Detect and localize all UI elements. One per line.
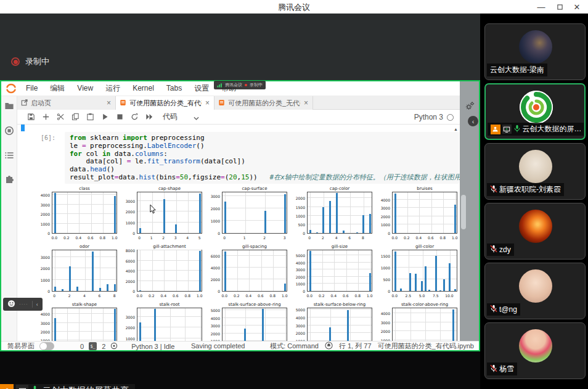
- participant-tile[interactable]: 新疆农职院-刘素霞: [484, 143, 586, 200]
- kernel-state[interactable]: Python 3 | Idle: [131, 343, 174, 350]
- hist-bar: [139, 322, 141, 341]
- smiley-icon: [7, 299, 15, 310]
- kernel-indicator[interactable]: Python 3: [414, 110, 454, 125]
- kernel-count[interactable]: 2: [102, 343, 105, 350]
- x-tick-label: 6: [94, 293, 105, 298]
- notebook-content[interactable]: [6]: from sklearn import preprocessingle…: [17, 125, 460, 341]
- save-icon[interactable]: [23, 111, 38, 123]
- participant-tile[interactable]: 杨雪: [484, 322, 586, 379]
- terminal-count[interactable]: 0: [80, 343, 84, 350]
- collapse-left-icon[interactable]: ‹: [36, 301, 38, 308]
- window-titlebar: 腾讯会议 — ✕: [0, 0, 588, 14]
- hist-plot-area: [137, 250, 202, 292]
- hist-plot-area: [222, 250, 287, 292]
- scrollbar-thumb[interactable]: [461, 195, 466, 229]
- y-tick-label: 0: [292, 231, 305, 235]
- y-tick-label: 5000: [207, 308, 220, 313]
- participant-tile[interactable]: zdy: [484, 203, 586, 260]
- hist-plot-area: [52, 250, 117, 292]
- gridline: [455, 308, 456, 341]
- recording-label: 录制中: [25, 56, 49, 67]
- menu-item-Tabs[interactable]: Tabs: [160, 81, 188, 96]
- recording-indicator: 录制中: [11, 56, 49, 67]
- y-tick-label: 6000: [122, 259, 135, 263]
- close-button[interactable]: ✕: [568, 0, 586, 14]
- meeting-float-statusbar[interactable]: 腾讯会议 录制中: [214, 81, 266, 89]
- hist-bar: [343, 231, 345, 233]
- gridline: [137, 250, 202, 250]
- signal-icon: [217, 83, 223, 88]
- x-tick-label: 4: [79, 293, 90, 298]
- restart-icon[interactable]: [127, 111, 142, 123]
- running-sessions-icon[interactable]: [4, 126, 14, 136]
- hist-title: odor: [52, 244, 117, 249]
- menu-items: File编辑View运行KernelTabs设置帮助: [20, 81, 242, 96]
- gridline: [185, 308, 186, 341]
- hist-bar: [244, 329, 246, 341]
- avatar: [519, 269, 552, 303]
- files-icon[interactable]: [4, 101, 14, 111]
- toc-icon[interactable]: [4, 150, 14, 160]
- kernel-sessions-icon: [110, 342, 118, 351]
- copy-icon[interactable]: [68, 111, 83, 123]
- stop-icon[interactable]: [112, 111, 127, 123]
- gridline: [170, 308, 171, 341]
- y-tick-label: 1000: [207, 219, 220, 223]
- participant-tile[interactable]: t@ng: [484, 263, 586, 319]
- menu-item-运行[interactable]: 运行: [99, 81, 126, 96]
- tab-可使用菌菇的分类_有代码.ipy[interactable]: 可使用菌菇的分类_有代码.ipy×: [116, 96, 214, 110]
- menu-item-File[interactable]: File: [20, 81, 44, 96]
- menu-item-View[interactable]: View: [71, 81, 99, 96]
- x-tick-label: 0: [134, 235, 145, 240]
- tab-可使用菌菇的分类_无代码.ipy[interactable]: 可使用菌菇的分类_无代码.ipy×: [214, 96, 313, 110]
- code-cell-editor[interactable]: from sklearn import preprocessingle = pr…: [65, 132, 459, 184]
- y-tick-label: 4000: [37, 193, 50, 197]
- hist-bar: [69, 266, 71, 291]
- run-all-icon[interactable]: [142, 111, 157, 123]
- paste-icon[interactable]: [83, 111, 97, 123]
- hist-bar: [114, 309, 116, 341]
- add-cell-icon[interactable]: [38, 111, 53, 123]
- run-icon[interactable]: [97, 111, 112, 123]
- notification-bell-icon[interactable]: [325, 342, 333, 351]
- chevron-down-icon[interactable]: [194, 112, 199, 123]
- participant-label: zdy: [487, 244, 514, 256]
- y-tick-label: 2000: [122, 210, 135, 214]
- tab-启动页[interactable]: 启动页×: [17, 96, 116, 110]
- cut-icon[interactable]: [53, 111, 68, 123]
- menu-item-设置[interactable]: 设置: [188, 81, 215, 96]
- participant-tile[interactable]: 云创大数据-梁南: [484, 23, 586, 80]
- maximize-button[interactable]: [551, 0, 568, 14]
- menu-item-Kernel[interactable]: Kernel: [126, 81, 160, 96]
- hist-bar: [99, 288, 101, 291]
- floating-assistant-pill[interactable]: ···· ‹: [3, 298, 43, 311]
- y-tick-label: 2000: [122, 279, 135, 284]
- participant-name: 云创大数据的屏…: [522, 124, 581, 134]
- gridline: [52, 279, 116, 280]
- hist-bar: [439, 290, 441, 292]
- mic-on-icon: [513, 125, 521, 134]
- gridline: [52, 340, 116, 340]
- gridline: [370, 308, 371, 341]
- x-tick-label: 0.6: [425, 235, 436, 240]
- simple-ui-toggle[interactable]: [39, 342, 54, 350]
- minimize-button[interactable]: —: [533, 0, 550, 14]
- participant-name: 杨雪: [499, 364, 514, 374]
- hist-bar: [175, 224, 177, 233]
- participant-tile[interactable]: 云创大数据的屏…: [484, 83, 586, 140]
- hist-bar: [114, 284, 116, 291]
- tab-close-icon[interactable]: ×: [303, 99, 309, 107]
- menu-item-编辑[interactable]: 编辑: [44, 81, 71, 96]
- extensions-icon[interactable]: [4, 175, 14, 185]
- cursor-position[interactable]: 行 1, 列 77: [339, 342, 372, 351]
- saving-status: Saving completed: [191, 342, 245, 350]
- tab-close-icon[interactable]: ×: [106, 99, 112, 107]
- gear-icon[interactable]: [465, 101, 475, 113]
- scroll-up-arrow[interactable]: ▲: [454, 127, 458, 131]
- gridline: [140, 192, 141, 233]
- x-tick-label: 3: [170, 235, 181, 240]
- cell-type-select[interactable]: 代码: [163, 112, 178, 122]
- tab-close-icon[interactable]: ×: [205, 99, 210, 107]
- x-tick-label: 2: [64, 293, 75, 298]
- sidebar-collapse-button[interactable]: ‹: [468, 116, 478, 126]
